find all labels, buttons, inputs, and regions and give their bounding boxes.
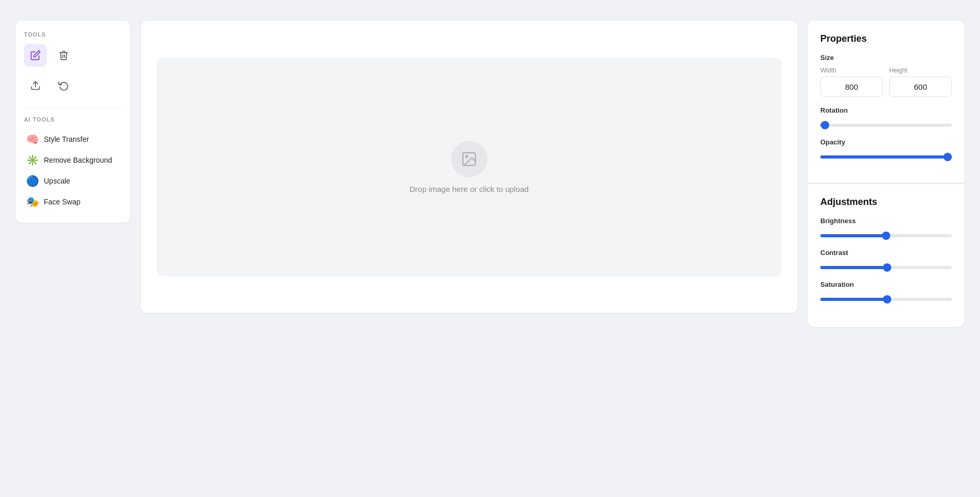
drop-zone-text: Drop image here or click to upload [410, 185, 529, 193]
contrast-slider[interactable] [820, 266, 952, 269]
drop-zone[interactable]: Drop image here or click to upload [157, 57, 782, 276]
contrast-group: Contrast [820, 249, 952, 271]
height-input[interactable] [889, 77, 952, 97]
tools-row-1 [24, 44, 122, 67]
ai-tools-section: AI TOOLS 🧠 Style Transfer ✳️ Remove Back… [24, 107, 122, 212]
style-transfer-icon: 🧠 [26, 133, 39, 146]
upscale-item[interactable]: 🔵 Upscale [24, 171, 122, 191]
remove-background-icon: ✳️ [26, 154, 39, 166]
saturation-slider[interactable] [820, 298, 952, 301]
refresh-icon [58, 80, 69, 91]
canvas-area: Drop image here or click to upload [141, 21, 797, 313]
size-row: Width Height [820, 67, 952, 97]
face-swap-icon: 🎭 [26, 196, 39, 208]
edit-icon [30, 50, 41, 60]
tools-row-2 [24, 74, 122, 97]
brightness-slider[interactable] [820, 234, 952, 237]
delete-tool-button[interactable] [52, 44, 75, 67]
upscale-icon: 🔵 [26, 175, 39, 187]
ai-tools-section-label: AI TOOLS [24, 116, 122, 123]
edit-tool-button[interactable] [24, 44, 47, 67]
face-swap-label: Face Swap [44, 198, 80, 206]
style-transfer-item[interactable]: 🧠 Style Transfer [24, 129, 122, 150]
saturation-group: Saturation [820, 281, 952, 303]
face-swap-item[interactable]: 🎭 Face Swap [24, 191, 122, 212]
refresh-tool-button[interactable] [52, 74, 75, 97]
svg-point-2 [465, 155, 468, 157]
opacity-slider[interactable] [820, 155, 952, 159]
properties-section: Properties Size Width Height Rotation Op… [808, 21, 964, 183]
contrast-label: Contrast [820, 249, 952, 257]
opacity-group: Opacity [820, 138, 952, 161]
upload-tool-button[interactable] [24, 74, 47, 97]
width-label: Width [820, 67, 883, 74]
upscale-label: Upscale [44, 177, 70, 185]
brightness-label: Brightness [820, 217, 952, 225]
image-placeholder-icon [461, 151, 477, 167]
remove-background-item[interactable]: ✳️ Remove Background [24, 150, 122, 171]
style-transfer-label: Style Transfer [44, 135, 89, 143]
brightness-group: Brightness [820, 217, 952, 239]
tools-section-label: TOOLS [24, 31, 122, 38]
height-field: Height [889, 67, 952, 97]
rotation-slider[interactable] [820, 124, 952, 127]
rotation-label: Rotation [820, 106, 952, 114]
properties-title: Properties [820, 33, 952, 44]
saturation-label: Saturation [820, 281, 952, 288]
opacity-label: Opacity [820, 138, 952, 146]
adjustments-title: Adjustments [820, 197, 952, 208]
delete-icon [58, 50, 69, 60]
upload-icon [30, 80, 41, 91]
remove-background-label: Remove Background [44, 156, 112, 164]
drop-zone-icon-circle [451, 141, 487, 177]
width-field: Width [820, 67, 883, 97]
width-input[interactable] [820, 77, 883, 97]
height-label: Height [889, 67, 952, 74]
rotation-group: Rotation [820, 106, 952, 129]
adjustments-section: Adjustments Brightness Contrast Saturati… [808, 184, 964, 327]
left-panel: TOOLS [16, 21, 130, 223]
right-panel: Properties Size Width Height Rotation Op… [808, 21, 964, 327]
size-label: Size [820, 54, 952, 62]
